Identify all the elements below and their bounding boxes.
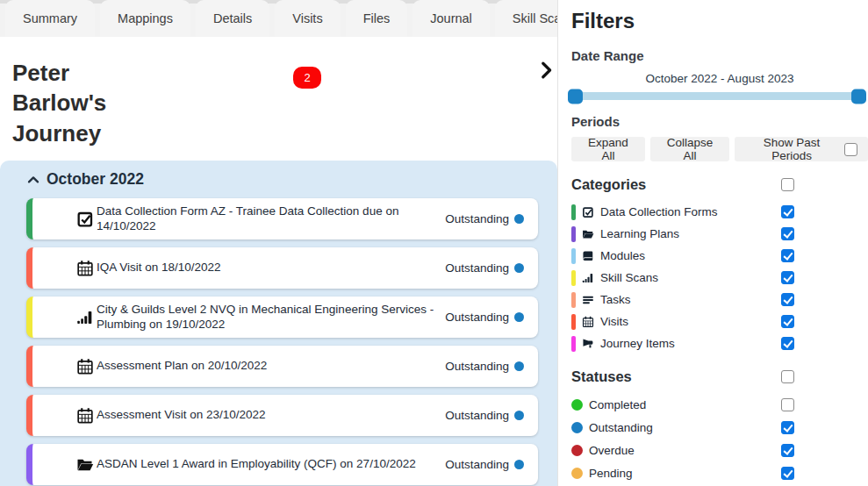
expand-all-button[interactable]: Expand All [571, 137, 645, 161]
date-range-value: October 2022 - August 2023 [571, 72, 868, 85]
category-checkbox[interactable] [781, 293, 794, 306]
category-checkbox[interactable] [781, 271, 794, 284]
card-status: Outstanding [445, 360, 526, 373]
category-color-bar [571, 248, 576, 264]
category-label: Learning Plans [600, 227, 679, 240]
category-row: Data Collection Forms [571, 201, 794, 223]
status-row: Completed [571, 393, 794, 416]
status-dot [571, 399, 583, 411]
collapse-all-button[interactable]: Collapse All [650, 137, 729, 161]
app-window: Summary Mappings Details Visits Files Jo… [0, 0, 868, 486]
chevron-up-icon [26, 173, 40, 187]
show-past-periods-checkbox[interactable] [844, 143, 857, 156]
category-row: Journey Items [571, 332, 794, 354]
period-header[interactable]: October 2022 [26, 170, 557, 189]
status-dot [514, 411, 524, 420]
status-dot [571, 422, 583, 433]
timeline-card[interactable]: ASDAN Level 1 Award in Employability (QC… [26, 444, 538, 485]
slider-handle-start[interactable] [568, 89, 583, 104]
card-title: Assessment Plan on 20/10/2022 [97, 359, 267, 374]
notification-badge: 2 [293, 67, 321, 89]
status-label: Overdue [589, 444, 635, 457]
status-label: Outstanding [445, 458, 509, 471]
timeline-card[interactable]: City & Guilds Level 2 NVQ in Mechanical … [26, 297, 538, 338]
timeline-card[interactable]: Assessment Plan on 20/10/2022 Outstandin… [26, 346, 538, 387]
categories-select-all-checkbox[interactable] [781, 178, 794, 191]
status-dot [514, 263, 524, 273]
card-title: City & Guilds Level 2 NVQ in Mechanical … [97, 303, 445, 332]
book-icon [582, 250, 594, 262]
status-dot [514, 312, 524, 322]
status-checkbox[interactable] [781, 444, 794, 457]
category-checkbox[interactable] [781, 315, 794, 328]
timeline-card[interactable]: Data Collection Form AZ - Trainee Data C… [26, 198, 538, 239]
tab-summary[interactable]: Summary [5, 0, 95, 37]
show-past-periods-label: Show Past Periods [745, 136, 838, 162]
status-row: Pending [571, 461, 794, 484]
category-checkbox[interactable] [781, 227, 794, 240]
date-range-slider[interactable] [571, 92, 863, 100]
category-label: Data Collection Forms [600, 205, 718, 218]
calendar-icon [76, 407, 94, 425]
categories-heading: Categories [571, 176, 646, 193]
status-checkbox[interactable] [781, 398, 794, 411]
category-row: Skill Scans [571, 267, 794, 289]
show-past-periods-button[interactable]: Show Past Periods [735, 137, 868, 161]
calendar-icon [76, 358, 94, 375]
main-column: Summary Mappings Details Visits Files Jo… [0, 0, 557, 486]
category-color-bar [571, 336, 576, 352]
chevron-right-icon[interactable] [536, 61, 556, 80]
card-title: Data Collection Form AZ - Trainee Data C… [97, 204, 445, 234]
periods-buttons: Expand All Collapse All Show Past Period… [571, 137, 868, 161]
category-color-bar [571, 292, 576, 308]
card-title: Assessment Visit on 23/10/2022 [97, 408, 266, 423]
categories-header: Categories [571, 176, 794, 193]
timeline-card[interactable]: Assessment Visit on 23/10/2022 Outstandi… [26, 395, 538, 436]
status-checkbox[interactable] [781, 467, 794, 480]
tab-files[interactable]: Files [346, 0, 408, 37]
status-checkbox[interactable] [781, 421, 794, 434]
tab-details[interactable]: Details [196, 0, 269, 37]
category-checkbox[interactable] [781, 249, 794, 262]
category-checkbox[interactable] [781, 205, 794, 218]
statuses-select-all-checkbox[interactable] [781, 370, 794, 383]
tab-visits[interactable]: Visits [275, 0, 340, 37]
tab-skill-scan[interactable]: Skill Scan [495, 0, 557, 37]
folder-icon [582, 228, 594, 240]
category-checkbox[interactable] [781, 337, 794, 350]
category-label: Tasks [600, 293, 631, 306]
signal-bars-icon [76, 309, 94, 326]
card-status: Outstanding [445, 409, 526, 422]
tasks-icon [582, 294, 594, 306]
page-header: Peter Barlow's Journey 2 [0, 37, 557, 161]
status-label: Outstanding [445, 261, 509, 275]
status-label: Completed [589, 398, 646, 411]
tab-mappings[interactable]: Mappings [100, 0, 190, 37]
card-status: Outstanding [445, 458, 526, 471]
category-color-bar [571, 270, 576, 286]
category-label: Skill Scans [600, 271, 658, 284]
category-row: Tasks [571, 289, 794, 311]
tab-journal[interactable]: Journal [412, 0, 490, 37]
page-title: Peter Barlow's Journey [12, 58, 140, 148]
timeline-card[interactable]: IQA Visit on 18/10/2022 Outstanding [26, 247, 538, 289]
filters-title: Filters [571, 9, 868, 33]
status-label: Pending [589, 467, 633, 480]
statuses-header: Statuses [571, 368, 794, 385]
status-label: Outstanding [445, 409, 509, 422]
status-label: Outstanding [445, 360, 509, 373]
status-label: Outstanding [445, 311, 509, 324]
period-label: October 2022 [47, 170, 144, 189]
check-square-icon [76, 211, 94, 228]
filters-panel: Filters Date Range October 2022 - August… [557, 0, 868, 486]
category-color-bar [571, 226, 576, 242]
slider-handle-end[interactable] [851, 89, 866, 104]
status-dot [571, 445, 583, 456]
tab-bar: Summary Mappings Details Visits Files Jo… [0, 0, 557, 37]
megaphone-icon [582, 338, 594, 350]
calendar-icon [582, 316, 594, 328]
check-square-icon [582, 206, 594, 218]
date-range-label: Date Range [571, 48, 868, 63]
signal-bars-icon [582, 272, 594, 284]
calendar-icon [76, 260, 94, 277]
